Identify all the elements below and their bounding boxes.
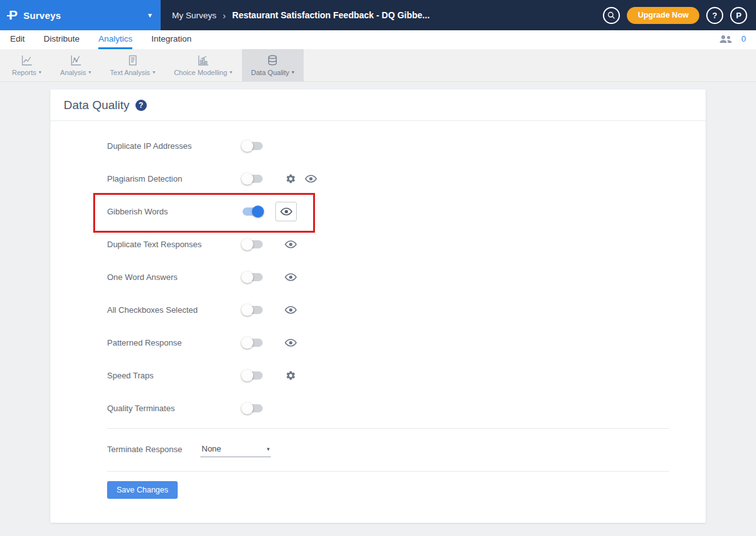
chevron-down-icon[interactable]: ▾ xyxy=(148,11,152,20)
reports-icon xyxy=(21,55,33,66)
toolbar-item-analysis[interactable]: Analysis▾ xyxy=(51,49,101,81)
chevron-down-icon: ▾ xyxy=(292,69,294,75)
help-icon[interactable]: ? xyxy=(135,100,147,111)
toggle-knob xyxy=(241,173,253,185)
chevron-down-icon: ▾ xyxy=(230,69,232,75)
search-button[interactable] xyxy=(603,7,620,24)
data-quality-panel: Data Quality ? Duplicate IP Addresses Pl… xyxy=(50,90,706,523)
save-changes-button[interactable]: Save Changes xyxy=(107,481,178,499)
toolbar-label: Choice Modelling xyxy=(174,69,227,76)
toggle-knob xyxy=(241,238,253,250)
toggle-patterned-response[interactable] xyxy=(243,339,263,347)
analysis-icon xyxy=(70,55,82,66)
toolbar-item-choice-modelling[interactable]: Choice Modelling▾ xyxy=(164,49,241,81)
preview-eye-icon xyxy=(280,207,292,216)
save-section: Save Changes xyxy=(50,472,706,523)
setting-row-one-word: One Word Answers xyxy=(107,260,706,293)
toggle-knob xyxy=(241,370,253,382)
toolbar-label: Text Analysis xyxy=(110,69,151,76)
toolbar-item-data-quality[interactable]: Data Quality▾ xyxy=(242,49,304,81)
chevron-down-icon: ▾ xyxy=(266,446,270,452)
settings-gear-icon[interactable] xyxy=(280,173,301,184)
setting-row-speed-traps: Speed Traps xyxy=(107,359,706,392)
brand-switcher[interactable]: P Surveys ▾ xyxy=(0,0,161,30)
preview-eye-icon[interactable] xyxy=(280,339,301,347)
toggle-duplicate-text[interactable] xyxy=(243,240,263,248)
collaborators-count[interactable]: 0 xyxy=(742,34,746,44)
breadcrumb: My Surveys › Restaurant Satisfaction Fee… xyxy=(161,10,603,21)
text-analysis-icon xyxy=(127,55,139,66)
breadcrumb-separator-icon: › xyxy=(223,10,226,21)
toolbar-label: Reports xyxy=(12,69,37,76)
preview-eye-icon[interactable] xyxy=(280,273,301,281)
setting-row-gibberish-words: Gibberish Words xyxy=(107,195,706,228)
toolbar-label: Analysis xyxy=(60,69,86,76)
setting-row-duplicate-text: Duplicate Text Responses xyxy=(107,228,706,260)
toggle-duplicate-ip[interactable] xyxy=(243,142,263,150)
analytics-toolbar: Reports▾ Analysis▾ Text Analysis▾ Choice… xyxy=(0,49,756,82)
main-content: Data Quality ? Duplicate IP Addresses Pl… xyxy=(0,82,756,523)
setting-row-patterned-response: Patterned Response xyxy=(107,326,706,359)
chevron-down-icon: ▾ xyxy=(152,69,155,75)
toggle-plagiarism[interactable] xyxy=(243,175,263,183)
toolbar-label: Data Quality xyxy=(251,69,290,76)
setting-label: Patterned Response xyxy=(107,338,243,347)
database-icon xyxy=(266,55,278,66)
tab-edit[interactable]: Edit xyxy=(10,34,25,49)
breadcrumb-my-surveys[interactable]: My Surveys xyxy=(172,11,217,20)
search-icon xyxy=(607,11,616,20)
toggle-knob xyxy=(241,337,253,349)
terminate-response-section: Terminate Response None ▾ xyxy=(107,428,669,472)
toggle-speed-traps[interactable] xyxy=(243,371,263,380)
toggle-quality-terminates[interactable] xyxy=(243,404,263,412)
setting-row-duplicate-ip: Duplicate IP Addresses xyxy=(107,129,706,162)
terminate-response-label: Terminate Response xyxy=(107,445,200,454)
avatar[interactable]: P xyxy=(730,7,747,24)
preview-eye-button[interactable] xyxy=(275,202,297,221)
setting-row-all-checkboxes: All Checkboxes Selected xyxy=(107,293,706,326)
panel-header: Data Quality ? xyxy=(50,90,706,121)
toggle-knob xyxy=(241,304,253,316)
preview-eye-icon[interactable] xyxy=(301,175,321,183)
preview-eye-icon[interactable] xyxy=(280,240,301,248)
setting-label: All Checkboxes Selected xyxy=(107,305,243,315)
toggle-knob xyxy=(252,206,264,218)
setting-label: Quality Terminates xyxy=(107,404,243,413)
help-button[interactable]: ? xyxy=(706,7,723,24)
preview-eye-icon[interactable] xyxy=(280,306,301,314)
terminate-response-select[interactable]: None ▾ xyxy=(200,441,271,457)
upgrade-now-button[interactable]: Upgrade Now xyxy=(627,7,699,24)
toggle-all-checkboxes[interactable] xyxy=(243,306,263,314)
setting-label: Duplicate Text Responses xyxy=(107,240,243,249)
brand-label: Surveys xyxy=(23,10,61,21)
toggle-one-word[interactable] xyxy=(243,273,263,281)
toolbar-item-text-analysis[interactable]: Text Analysis▾ xyxy=(101,49,165,81)
settings-list: Duplicate IP Addresses Plagiarism Detect… xyxy=(50,121,706,424)
breadcrumb-current-survey: Restaurant Satisfaction Feedback - DQ Gi… xyxy=(232,10,430,20)
toggle-knob xyxy=(241,271,253,283)
survey-nav: Edit Distribute Analytics Integration 0 xyxy=(0,30,756,49)
setting-label: Speed Traps xyxy=(107,371,243,380)
topbar-actions: Upgrade Now ? P xyxy=(603,7,756,24)
tab-integration[interactable]: Integration xyxy=(151,34,192,49)
settings-gear-icon[interactable] xyxy=(280,370,301,381)
setting-label: One Word Answers xyxy=(107,272,243,282)
tab-distribute[interactable]: Distribute xyxy=(43,34,79,49)
toggle-knob xyxy=(241,402,253,414)
setting-label: Duplicate IP Addresses xyxy=(107,141,243,151)
top-bar: P Surveys ▾ My Surveys › Restaurant Sati… xyxy=(0,0,756,30)
tab-analytics[interactable]: Analytics xyxy=(98,34,132,49)
collaborators-icon[interactable] xyxy=(719,35,733,44)
setting-label: Plagiarism Detection xyxy=(107,174,243,184)
toggle-gibberish-words[interactable] xyxy=(243,207,263,216)
chevron-down-icon: ▾ xyxy=(89,69,91,75)
setting-row-quality-terminates: Quality Terminates xyxy=(107,392,706,424)
brand-logo-icon: P xyxy=(9,8,18,23)
setting-row-plagiarism: Plagiarism Detection xyxy=(107,162,706,195)
choice-modelling-icon xyxy=(197,55,209,66)
toolbar-item-reports[interactable]: Reports▾ xyxy=(3,49,51,81)
page-title: Data Quality xyxy=(64,98,130,112)
chevron-down-icon: ▾ xyxy=(39,69,42,75)
selected-option: None xyxy=(202,444,221,453)
setting-label: Gibberish Words xyxy=(107,207,243,216)
